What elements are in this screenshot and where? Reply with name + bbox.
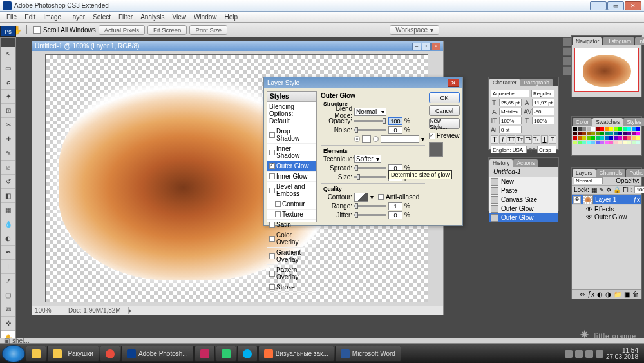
taskbar-item[interactable]: Microsoft Word (335, 346, 401, 362)
swatch[interactable] (587, 141, 591, 144)
swatch[interactable] (605, 132, 609, 135)
move-tool[interactable]: ↖ (1, 47, 15, 61)
baseline-input[interactable]: 0 pt (499, 126, 522, 133)
trash-icon[interactable]: 🗑 (632, 291, 639, 298)
swatch[interactable] (636, 141, 640, 144)
shape-tool[interactable]: ▢ (1, 288, 15, 302)
opacity-slider[interactable] (354, 120, 386, 122)
swatch[interactable] (591, 136, 595, 140)
minimized-doc-bar[interactable]: ▣ shel... (0, 338, 644, 344)
brush-tool[interactable]: ✎ (1, 146, 15, 161)
eye-icon[interactable]: 👁 (586, 213, 592, 221)
pen-tool[interactable]: ✒ (1, 246, 15, 260)
swatch[interactable] (591, 127, 595, 131)
checkbox[interactable] (269, 253, 275, 259)
range-slider[interactable] (354, 205, 386, 207)
kerning-input[interactable]: -50 (532, 108, 554, 115)
palette-icon[interactable] (563, 57, 572, 66)
tab-navigator[interactable]: Navigator (573, 37, 602, 45)
tray-icon[interactable] (575, 350, 583, 358)
navigator-preview[interactable] (574, 48, 639, 92)
outer-glow-item[interactable]: Outer Glow (267, 161, 316, 172)
swatch[interactable] (600, 132, 604, 135)
swatch[interactable] (636, 132, 640, 135)
strike-button[interactable]: Ŧ (549, 135, 556, 144)
palette-icon[interactable] (563, 47, 572, 56)
history-snapshot[interactable]: Untitled-1 (489, 167, 558, 177)
styles-header[interactable]: Styles (267, 92, 316, 102)
checkbox[interactable] (269, 284, 275, 290)
history-brush-tool[interactable]: ↺ (1, 175, 15, 189)
swatch[interactable] (627, 132, 631, 135)
scroll-all-checkbox[interactable] (33, 26, 41, 34)
preview-checkbox[interactable] (429, 133, 435, 139)
lasso-tool[interactable]: ɕ (1, 75, 15, 90)
wand-tool[interactable]: ✦ (1, 90, 15, 104)
swatch[interactable] (573, 141, 577, 144)
mask-icon[interactable]: ◐ (597, 291, 603, 298)
ok-button[interactable]: OK (429, 92, 460, 103)
inner-glow-item[interactable]: Inner Glow (267, 172, 316, 182)
swatch[interactable] (623, 127, 627, 131)
lock-all-icon[interactable]: 🔒 (613, 186, 621, 193)
stroke-item[interactable]: Stroke (267, 282, 316, 293)
document-titlebar[interactable]: Untitled-1 @ 100% (Layer 1, RGB/8) – ▫ × (32, 41, 443, 51)
minimize-button[interactable]: — (590, 1, 607, 10)
swatch[interactable] (632, 136, 636, 140)
color-overlay-item[interactable]: Color Overlay (267, 230, 316, 248)
blur-tool[interactable]: 💧 (1, 217, 15, 231)
menu-image[interactable]: Image (39, 14, 65, 21)
taskbar-item[interactable]: _Ракушки (47, 346, 99, 362)
tab-paragraph[interactable]: Paragraph (520, 79, 553, 86)
swatch[interactable] (591, 132, 595, 135)
swatch[interactable] (609, 141, 613, 144)
swatch[interactable] (578, 141, 582, 144)
satin-item[interactable]: Satin (267, 220, 316, 230)
swatch[interactable] (627, 141, 631, 144)
swatch[interactable] (573, 136, 577, 140)
checkbox[interactable] (269, 163, 275, 169)
contour-item[interactable]: Contour (267, 199, 316, 210)
swatch[interactable] (623, 132, 627, 135)
range-input[interactable]: 1 (388, 202, 402, 210)
menu-view[interactable]: View (168, 14, 190, 21)
palette-icon[interactable] (563, 66, 572, 75)
history-item[interactable]: Outer Glow (489, 204, 558, 213)
link-icon[interactable]: ⇔ (580, 291, 585, 298)
technique-select[interactable]: Softer▾ (354, 155, 381, 163)
menu-filter[interactable]: Filter (115, 14, 137, 21)
contour-picker[interactable] (354, 193, 368, 202)
font-select[interactable]: Aquarelle (491, 90, 529, 97)
swatch[interactable] (578, 132, 582, 135)
crop-tool[interactable]: ⊡ (1, 104, 15, 118)
notes-tool[interactable]: ✉ (1, 302, 15, 317)
swatch[interactable] (636, 136, 640, 140)
menu-layer[interactable]: Layer (65, 14, 89, 21)
start-button[interactable] (2, 345, 25, 362)
tab-history[interactable]: History (489, 159, 513, 167)
swatch[interactable] (609, 127, 613, 131)
smallcaps-button[interactable]: Tт (516, 135, 524, 144)
tab-histogram[interactable]: Histogram (603, 37, 634, 45)
opacity-input[interactable]: 100 (388, 117, 402, 125)
superscript-button[interactable]: T¹ (524, 135, 532, 144)
swatch[interactable] (618, 127, 622, 131)
chevron-right-icon[interactable]: ▸ (129, 307, 132, 314)
lock-trans-icon[interactable]: ▦ (591, 186, 597, 193)
blending-options-item[interactable]: Blending Options: Default (267, 102, 316, 126)
menu-analysis[interactable]: Analysis (137, 14, 168, 21)
swatch[interactable] (609, 136, 613, 140)
noise-input[interactable]: 0 (388, 126, 402, 134)
new-layer-icon[interactable]: ▣ (624, 291, 630, 298)
checkbox[interactable] (269, 236, 275, 242)
drop-shadow-item[interactable]: Drop Shadow (267, 126, 316, 144)
inner-shadow-item[interactable]: Inner Shadow (267, 144, 316, 161)
chevron-down-icon[interactable]: ▾ (421, 135, 424, 142)
maximize-button[interactable]: ▭ (607, 1, 624, 10)
tab-character[interactable]: Character (489, 79, 520, 86)
texture-item[interactable]: Texture (267, 210, 316, 220)
path-tool[interactable]: ↗ (1, 274, 15, 288)
font-style-select[interactable]: Regular (531, 90, 554, 97)
swatch[interactable] (632, 127, 636, 131)
taskbar-item[interactable] (194, 346, 215, 362)
